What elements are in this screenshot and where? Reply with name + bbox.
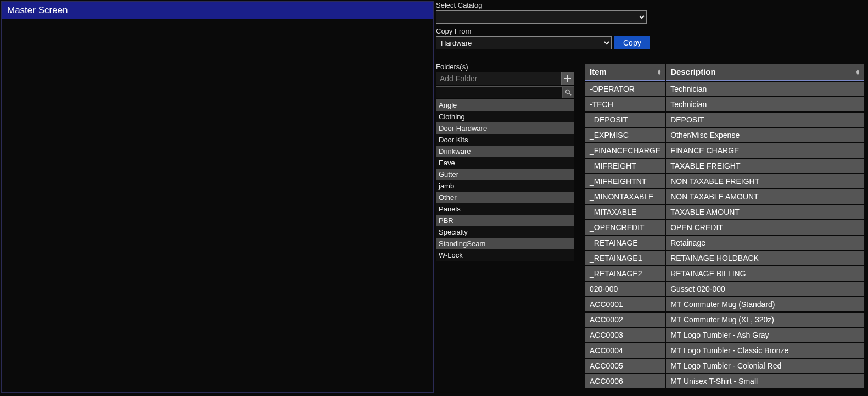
add-folder-button[interactable]: [561, 72, 574, 85]
select-catalog-label: Select Catalog: [436, 1, 865, 9]
cell-description: MT Commuter Mug (Standard): [666, 297, 864, 311]
cell-description: Technician: [666, 97, 864, 111]
svg-point-0: [566, 90, 570, 94]
table-row[interactable]: -TECHTechnician: [585, 97, 864, 111]
column-header-description[interactable]: Description ▲▼: [666, 64, 864, 81]
cell-description: NON TAXABLE AMOUNT: [666, 189, 864, 204]
copy-from-label: Copy From: [436, 27, 865, 35]
cell-item: -OPERATOR: [585, 82, 665, 96]
copy-from-dropdown[interactable]: Hardware: [436, 36, 612, 49]
table-row[interactable]: _RETAINAGE1RETAINAGE HOLDBACK: [585, 251, 864, 265]
cell-item: _MITAXABLE: [585, 205, 665, 219]
cell-item: _EXPMISC: [585, 128, 665, 142]
cell-description: MT Logo Tumbler - Colonial Red: [666, 359, 864, 373]
column-header-item[interactable]: Item ▲▼: [585, 64, 665, 81]
cell-description: Other/Misc Expense: [666, 128, 864, 142]
folder-item[interactable]: Door Kits: [436, 134, 574, 146]
cell-description: Gusset 020-000: [666, 282, 864, 296]
folder-item[interactable]: Drinkware: [436, 146, 574, 157]
cell-item: _MIFREIGHT: [585, 159, 665, 173]
table-row[interactable]: _EXPMISCOther/Misc Expense: [585, 128, 864, 142]
copy-button[interactable]: Copy: [614, 36, 650, 49]
folder-item[interactable]: Gutter: [436, 169, 574, 180]
cell-item: 020-000: [585, 282, 665, 296]
folder-item[interactable]: PBR: [436, 215, 574, 226]
cell-item: _MIFREIGHTNT: [585, 174, 665, 188]
table-row[interactable]: _MINONTAXABLENON TAXABLE AMOUNT: [585, 189, 864, 204]
cell-description: RETAINAGE BILLING: [666, 266, 864, 281]
cell-description: TAXABLE FREIGHT: [666, 159, 864, 173]
cell-item: _OPENCREDIT: [585, 220, 665, 235]
folder-item[interactable]: Door Hardware: [436, 122, 574, 134]
table-row[interactable]: -OPERATORTechnician: [585, 82, 864, 96]
master-screen-panel: Master Screen: [1, 1, 434, 393]
table-row[interactable]: _DEPOSITDEPOSIT: [585, 113, 864, 127]
cell-description: MT Logo Tumbler - Ash Gray: [666, 328, 864, 342]
table-row[interactable]: ACC0004MT Logo Tumbler - Classic Bronze: [585, 343, 864, 358]
cell-item: _DEPOSIT: [585, 113, 665, 127]
cell-item: _MINONTAXABLE: [585, 189, 665, 204]
table-row[interactable]: ACC0002MT Commuter Mug (XL, 320z): [585, 313, 864, 327]
column-header-description-label: Description: [670, 67, 716, 76]
folder-item[interactable]: Eave: [436, 157, 574, 169]
cell-item: _RETAINAGE1: [585, 251, 665, 265]
cell-description: Retainage: [666, 236, 864, 250]
table-row[interactable]: _MIFREIGHTTAXABLE FREIGHT: [585, 159, 864, 173]
table-row[interactable]: ACC0003MT Logo Tumbler - Ash Gray: [585, 328, 864, 342]
table-row[interactable]: _MIFREIGHTNTNON TAXABLE FREIGHT: [585, 174, 864, 188]
folder-item[interactable]: Angle: [436, 99, 574, 111]
cell-item: _RETAINAGE: [585, 236, 665, 250]
master-screen-title: Master Screen: [2, 2, 433, 19]
sort-icon[interactable]: ▲▼: [657, 69, 662, 75]
plus-icon: [564, 75, 571, 82]
right-panel: Select Catalog Copy From Hardware Copy F…: [434, 0, 868, 396]
table-row[interactable]: _RETAINAGERetainage: [585, 236, 864, 250]
cell-description: MT Unisex T-Shirt - Small: [666, 374, 864, 388]
cell-description: MT Logo Tumbler - Classic Bronze: [666, 343, 864, 358]
add-folder-input[interactable]: [436, 72, 561, 85]
cell-description: FINANCE CHARGE: [666, 143, 864, 158]
table-row[interactable]: ACC0006MT Unisex T-Shirt - Small: [585, 374, 864, 388]
folder-item[interactable]: StandingSeam: [436, 238, 574, 249]
cell-item: -TECH: [585, 97, 665, 111]
cell-description: DEPOSIT: [666, 113, 864, 127]
folder-item[interactable]: Panels: [436, 203, 574, 215]
table-row[interactable]: ACC0005MT Logo Tumbler - Colonial Red: [585, 359, 864, 373]
cell-description: RETAINAGE HOLDBACK: [666, 251, 864, 265]
folders-label: Folders(s): [436, 63, 574, 71]
cell-item: ACC0002: [585, 313, 665, 327]
table-row[interactable]: ACC0001MT Commuter Mug (Standard): [585, 297, 864, 311]
table-row[interactable]: _RETAINAGE2RETAINAGE BILLING: [585, 266, 864, 281]
cell-item: _FINANCECHARGE: [585, 143, 665, 158]
column-header-item-label: Item: [590, 67, 607, 76]
cell-item: ACC0004: [585, 343, 665, 358]
folder-item[interactable]: W-Lock: [436, 249, 574, 261]
cell-item: ACC0001: [585, 297, 665, 311]
cell-item: ACC0005: [585, 359, 665, 373]
cell-description: TAXABLE AMOUNT: [666, 205, 864, 219]
cell-description: OPEN CREDIT: [666, 220, 864, 235]
cell-item: _RETAINAGE2: [585, 266, 665, 281]
folder-item[interactable]: Specialty: [436, 226, 574, 238]
sort-icon[interactable]: ▲▼: [855, 69, 860, 75]
items-table: Item ▲▼ Description ▲▼ -OPERATORTechnici…: [584, 63, 865, 389]
cell-description: MT Commuter Mug (XL, 320z): [666, 313, 864, 327]
folder-item[interactable]: jamb: [436, 180, 574, 192]
table-row[interactable]: 020-000Gusset 020-000: [585, 282, 864, 296]
table-row[interactable]: _MITAXABLETAXABLE AMOUNT: [585, 205, 864, 219]
folder-search-button[interactable]: [562, 86, 574, 98]
search-icon: [565, 89, 572, 96]
table-row[interactable]: _FINANCECHARGEFINANCE CHARGE: [585, 143, 864, 158]
select-catalog-dropdown[interactable]: [436, 10, 647, 24]
cell-item: ACC0003: [585, 328, 665, 342]
cell-description: Technician: [666, 82, 864, 96]
folder-list: AngleClothingDoor HardwareDoor KitsDrink…: [436, 99, 574, 261]
cell-description: NON TAXABLE FREIGHT: [666, 174, 864, 188]
svg-line-1: [569, 93, 572, 96]
folder-search-input[interactable]: [436, 86, 562, 98]
table-row[interactable]: _OPENCREDITOPEN CREDIT: [585, 220, 864, 235]
folder-item[interactable]: Other: [436, 192, 574, 203]
cell-item: ACC0006: [585, 374, 665, 388]
folder-item[interactable]: Clothing: [436, 111, 574, 122]
